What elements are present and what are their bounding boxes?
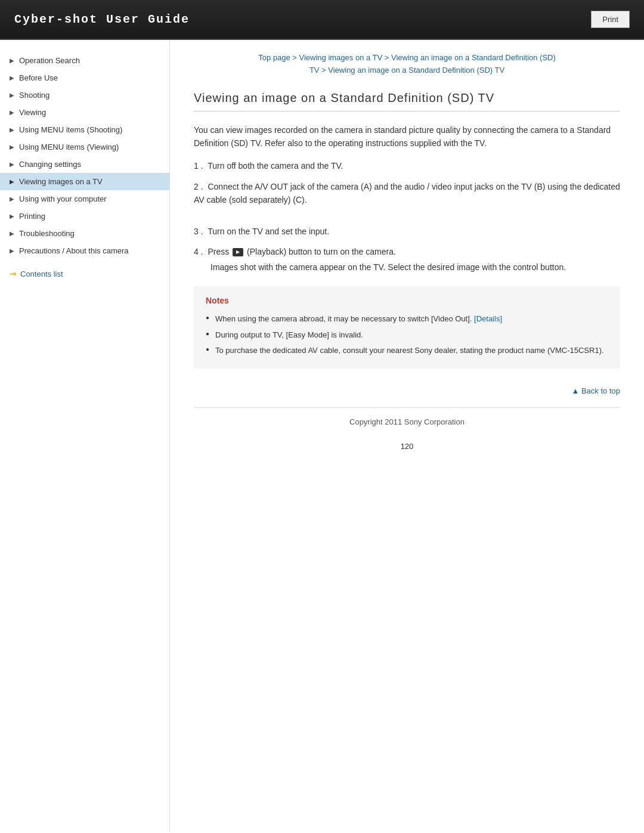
breadcrumb-viewing-tv[interactable]: Viewing images on a TV bbox=[299, 53, 382, 62]
sidebar-item-label: Shooting bbox=[19, 91, 49, 100]
contents-list-link[interactable]: ⇒ Contents list bbox=[0, 262, 169, 286]
step-4-indent: Images shot with the camera appear on th… bbox=[210, 261, 620, 274]
sidebar-item-menu-shooting[interactable]: ▶ Using MENU items (Shooting) bbox=[0, 121, 169, 138]
arrow-right-icon: ⇒ bbox=[10, 269, 17, 278]
sidebar-item-precautions[interactable]: ▶ Precautions / About this camera bbox=[0, 242, 169, 259]
arrow-icon: ▶ bbox=[10, 196, 14, 202]
arrow-icon: ▶ bbox=[10, 247, 14, 254]
sidebar-item-troubleshooting[interactable]: ▶ Troubleshooting bbox=[0, 225, 169, 242]
print-button[interactable]: Print bbox=[591, 11, 630, 28]
sidebar-item-before-use[interactable]: ▶ Before Use bbox=[0, 69, 169, 86]
arrow-icon: ▶ bbox=[10, 213, 14, 219]
back-to-top-link[interactable]: ▲ Back to top bbox=[571, 386, 620, 395]
arrow-icon: ▶ bbox=[10, 161, 14, 168]
step-1-text: Turn off both the camera and the TV. bbox=[208, 161, 343, 171]
step-3: 3 . Turn on the TV and set the input. bbox=[194, 225, 620, 238]
step-2-text: Connect the A/V OUT jack of the camera (… bbox=[194, 182, 620, 205]
step-1: 1 . Turn off both the camera and the TV. bbox=[194, 159, 620, 172]
arrow-icon: ▶ bbox=[10, 144, 14, 150]
sidebar-item-changing-settings[interactable]: ▶ Changing settings bbox=[0, 156, 169, 173]
page-header: Cyber-shot User Guide Print bbox=[0, 0, 644, 40]
sidebar-item-menu-viewing[interactable]: ▶ Using MENU items (Viewing) bbox=[0, 138, 169, 156]
breadcrumb-sd-tv[interactable]: TV > Viewing an image on a Standard Defi… bbox=[309, 66, 504, 75]
arrow-icon: ▶ bbox=[10, 126, 14, 133]
steps-lower: 3 . Turn on the TV and set the input. 4 … bbox=[194, 225, 620, 274]
note-2-text: During output to TV, [Easy Mode] is inva… bbox=[215, 330, 363, 339]
page-number: 120 bbox=[194, 442, 620, 451]
playback-icon bbox=[233, 248, 243, 256]
footer: Copyright 2011 Sony Corporation bbox=[194, 407, 620, 436]
sidebar-item-viewing[interactable]: ▶ Viewing bbox=[0, 104, 169, 121]
note-3-text: To purchase the dedicated AV cable, cons… bbox=[215, 346, 604, 355]
step-4: 4 . Press (Playback) button to turn on t… bbox=[194, 245, 620, 274]
step-4-text-after: (Playback) button to turn on the camera. bbox=[244, 247, 396, 256]
sidebar-item-label: Changing settings bbox=[19, 160, 81, 169]
sidebar-item-operation-search[interactable]: ▶ Operation Search bbox=[0, 52, 169, 69]
main-layout: ▶ Operation Search ▶ Before Use ▶ Shooti… bbox=[0, 40, 644, 831]
step-2-number: 2 . bbox=[194, 182, 203, 191]
arrow-icon: ▶ bbox=[10, 57, 14, 64]
note-1-text-before: When using the camera abroad, it may be … bbox=[215, 314, 474, 323]
breadcrumb-top[interactable]: Top page bbox=[258, 53, 290, 62]
sidebar-item-label: Before Use bbox=[19, 73, 58, 82]
step-4-text-before: Press bbox=[208, 247, 231, 256]
step-2: 2 . Connect the A/V OUT jack of the came… bbox=[194, 180, 620, 207]
page-title: Viewing an image on a Standard Definitio… bbox=[194, 91, 620, 112]
sidebar-item-label: Using with your computer bbox=[19, 194, 107, 203]
step-3-number: 3 . bbox=[194, 227, 203, 236]
step-1-number: 1 . bbox=[194, 161, 203, 171]
sidebar-item-viewing-tv[interactable]: ▶ Viewing images on a TV bbox=[0, 173, 169, 190]
sidebar-item-label: Using MENU items (Viewing) bbox=[19, 143, 119, 151]
copyright-text: Copyright 2011 Sony Corporation bbox=[349, 417, 465, 426]
breadcrumb: Top page > Viewing images on a TV > View… bbox=[194, 52, 620, 77]
sidebar-item-printing[interactable]: ▶ Printing bbox=[0, 208, 169, 225]
arrow-icon: ▶ bbox=[10, 178, 14, 185]
notes-title: Notes bbox=[206, 296, 608, 305]
sidebar-item-computer[interactable]: ▶ Using with your computer bbox=[0, 190, 169, 208]
sidebar: ▶ Operation Search ▶ Before Use ▶ Shooti… bbox=[0, 40, 170, 831]
breadcrumb-sd[interactable]: Viewing an image on a Standard Definitio… bbox=[391, 53, 556, 62]
sidebar-item-label: Using MENU items (Shooting) bbox=[19, 125, 122, 134]
app-title: Cyber-shot User Guide bbox=[14, 13, 190, 26]
sidebar-item-label: Viewing bbox=[19, 108, 46, 117]
sidebar-item-label: Operation Search bbox=[19, 56, 80, 65]
contents-link-label: Contents list bbox=[20, 270, 63, 278]
arrow-icon: ▶ bbox=[10, 230, 14, 237]
notes-box: Notes When using the camera abroad, it m… bbox=[194, 286, 620, 368]
step-4-number: 4 . bbox=[194, 247, 203, 256]
sidebar-item-shooting[interactable]: ▶ Shooting bbox=[0, 86, 169, 104]
note-1-details-link[interactable]: [Details] bbox=[474, 314, 502, 323]
sidebar-item-label: Printing bbox=[19, 212, 45, 221]
main-content: Top page > Viewing images on a TV > View… bbox=[170, 40, 644, 831]
sidebar-item-label: Viewing images on a TV bbox=[19, 177, 103, 186]
sidebar-item-label: Troubleshooting bbox=[19, 229, 75, 238]
arrow-icon: ▶ bbox=[10, 75, 14, 81]
back-to-top[interactable]: ▲ Back to top bbox=[194, 386, 620, 395]
arrow-icon: ▶ bbox=[10, 109, 14, 116]
note-item-2: During output to TV, [Easy Mode] is inva… bbox=[206, 327, 608, 343]
step-3-text: Turn on the TV and set the input. bbox=[208, 227, 329, 236]
sidebar-item-label: Precautions / About this camera bbox=[19, 246, 129, 255]
note-item-1: When using the camera abroad, it may be … bbox=[206, 311, 608, 327]
note-item-3: To purchase the dedicated AV cable, cons… bbox=[206, 343, 608, 359]
intro-text: You can view images recorded on the came… bbox=[194, 123, 620, 150]
notes-list: When using the camera abroad, it may be … bbox=[206, 311, 608, 359]
arrow-icon: ▶ bbox=[10, 92, 14, 98]
